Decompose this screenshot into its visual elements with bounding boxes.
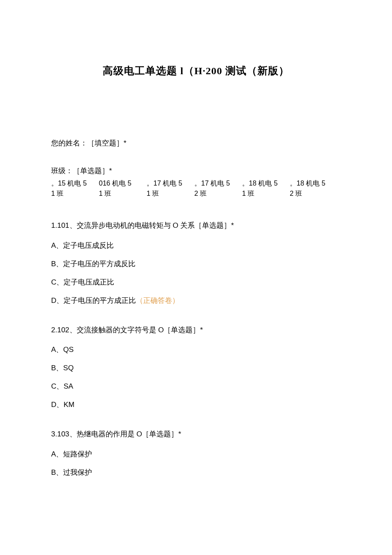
- class-option[interactable]: 。17 机电 5 1 班: [147, 178, 194, 199]
- question-block: 3.103、热继电器的作用是 O［单选题］* A、短路保护 B、过我保护: [51, 429, 341, 477]
- class-option-line1: 。17 机电 5: [147, 178, 194, 189]
- class-option[interactable]: 。15 机电 5 1 班: [51, 178, 99, 199]
- class-option-line2: 1 班: [51, 189, 99, 199]
- answer-option[interactable]: A、QS: [51, 345, 341, 355]
- class-option-line1: 。17 机电 5: [194, 178, 242, 189]
- class-options: 。15 机电 5 1 班 016 机电 5 1 班 。17 机电 5 1 班 。…: [51, 178, 341, 199]
- class-option-line1: 。15 机电 5: [51, 178, 99, 189]
- class-option-line2: 2 班: [290, 189, 337, 199]
- class-option-line1: 。18 机电 5: [242, 178, 290, 189]
- question-text: 2.102、交流接触器的文字符号是 O［单选题］*: [51, 325, 341, 336]
- class-option[interactable]: 。17 机电 5 2 班: [194, 178, 242, 199]
- class-option-line2: 1 班: [99, 189, 147, 199]
- question-text: 1.101、交流异步电动机的电磁转矩与 O 关系［单选题］*: [51, 220, 341, 231]
- answer-option[interactable]: B、过我保护: [51, 468, 341, 477]
- class-field-label: 班级：［单选题］*: [51, 166, 341, 176]
- class-option[interactable]: 。18 机电 5 2 班: [290, 178, 337, 199]
- class-option[interactable]: 016 机电 5 1 班: [99, 178, 147, 199]
- class-option-line1: 016 机电 5: [99, 178, 147, 189]
- page-title: 高级电工单选题 l（H·200 测试（新版）: [51, 64, 341, 78]
- class-option-line2: 1 班: [242, 189, 290, 199]
- question-text: 3.103、热继电器的作用是 O［单选题］*: [51, 429, 341, 440]
- answer-option[interactable]: C、SA: [51, 381, 341, 391]
- class-option[interactable]: 。18 机电 5 1 班: [242, 178, 290, 199]
- class-option-line2: 1 班: [147, 189, 194, 199]
- question-block: 1.101、交流异步电动机的电磁转矩与 O 关系［单选题］* A、定子电压成反比…: [51, 220, 341, 305]
- answer-option[interactable]: D、KM: [51, 400, 341, 410]
- answer-option[interactable]: B、定子电压的平方成反比: [51, 259, 341, 269]
- question-block: 2.102、交流接触器的文字符号是 O［单选题］* A、QS B、SQ C、SA…: [51, 325, 341, 410]
- class-option-line1: 。18 机电 5: [290, 178, 337, 189]
- answer-option[interactable]: A、定子电压成反比: [51, 241, 341, 250]
- answer-option[interactable]: D、定子电压的平方成正比（正确答卷）: [51, 296, 341, 305]
- name-field[interactable]: 您的姓名：［填空题］*: [51, 137, 341, 149]
- answer-option[interactable]: B、SQ: [51, 363, 341, 373]
- option-label: D、定子电压的平方成正比: [51, 296, 136, 305]
- correct-answer-marker: （正确答卷）: [136, 296, 179, 305]
- class-option-line2: 2 班: [194, 189, 242, 199]
- answer-option[interactable]: C、定子电压成正比: [51, 277, 341, 287]
- answer-option[interactable]: A、短路保护: [51, 449, 341, 459]
